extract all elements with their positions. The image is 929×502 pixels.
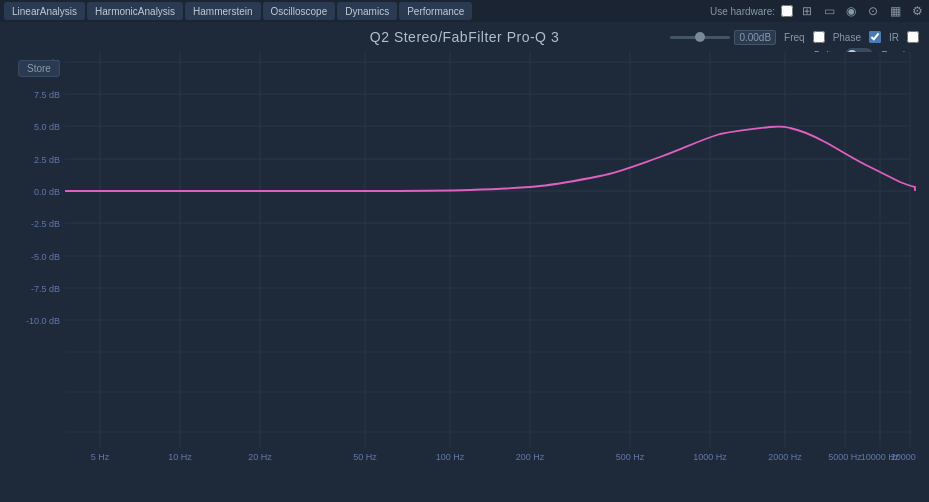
plugin-title: Q2 Stereo/FabFilter Pro-Q 3 — [370, 29, 559, 45]
gain-slider-container: 0.00dB — [670, 30, 776, 45]
svg-text:10 Hz: 10 Hz — [168, 452, 192, 462]
hw-icon-3[interactable]: ◉ — [843, 3, 859, 19]
svg-text:20 Hz: 20 Hz — [248, 452, 272, 462]
phase-checkbox[interactable] — [869, 31, 881, 43]
svg-text:2000 Hz: 2000 Hz — [768, 452, 802, 462]
tab-dynamics[interactable]: Dynamics — [337, 2, 397, 20]
svg-text:200 Hz: 200 Hz — [516, 452, 545, 462]
freq-checkbox[interactable] — [813, 31, 825, 43]
svg-text:7.5 dB: 7.5 dB — [34, 90, 60, 100]
svg-text:-10.0 dB: -10.0 dB — [26, 316, 60, 326]
svg-text:2.5 dB: 2.5 dB — [34, 155, 60, 165]
tab-oscilloscope[interactable]: Oscilloscope — [263, 2, 336, 20]
tab-harmonic-analysis[interactable]: HarmonicAnalysis — [87, 2, 183, 20]
store-button[interactable]: Store — [18, 60, 60, 77]
svg-text:100 Hz: 100 Hz — [436, 452, 465, 462]
svg-text:5000 Hz: 5000 Hz — [828, 452, 862, 462]
svg-text:50 Hz: 50 Hz — [353, 452, 377, 462]
svg-text:-7.5 dB: -7.5 dB — [31, 284, 60, 294]
gain-slider-thumb — [695, 32, 705, 42]
chart-wrapper: Store — [10, 52, 919, 462]
hw-icon-5[interactable]: ▦ — [887, 3, 903, 19]
eq-chart: 10.0 dB 7.5 dB 5.0 dB 2.5 dB 0.0 dB -2.5… — [10, 52, 919, 462]
top-nav: LinearAnalysis HarmonicAnalysis Hammerst… — [0, 0, 929, 22]
hardware-checkbox[interactable] — [781, 5, 793, 17]
title-bar: Q2 Stereo/FabFilter Pro-Q 3 0.00dB Freq … — [0, 22, 929, 52]
svg-text:20000 Hz: 20000 Hz — [891, 452, 919, 462]
hw-icon-4[interactable]: ⊙ — [865, 3, 881, 19]
svg-text:500 Hz: 500 Hz — [616, 452, 645, 462]
ir-checkbox[interactable] — [907, 31, 919, 43]
svg-text:5.0 dB: 5.0 dB — [34, 122, 60, 132]
title-controls: 0.00dB Freq Phase IR — [670, 30, 919, 45]
gain-value: 0.00dB — [734, 30, 776, 45]
ir-label: IR — [889, 32, 899, 43]
hw-icon-2[interactable]: ▭ — [821, 3, 837, 19]
svg-text:-2.5 dB: -2.5 dB — [31, 219, 60, 229]
hw-icon-gear[interactable]: ⚙ — [909, 3, 925, 19]
svg-text:1000 Hz: 1000 Hz — [693, 452, 727, 462]
svg-text:5 Hz: 5 Hz — [91, 452, 110, 462]
chart-area: Store — [10, 52, 919, 502]
phase-label: Phase — [833, 32, 861, 43]
tab-hammerstein[interactable]: Hammerstein — [185, 2, 260, 20]
tab-linear-analysis[interactable]: LinearAnalysis — [4, 2, 85, 20]
hardware-controls: Use hardware: ⊞ ▭ ◉ ⊙ ▦ ⚙ — [710, 3, 925, 19]
svg-rect-0 — [10, 52, 919, 462]
gain-slider[interactable] — [670, 36, 730, 39]
svg-text:-5.0 dB: -5.0 dB — [31, 252, 60, 262]
svg-text:0.0 dB: 0.0 dB — [34, 187, 60, 197]
hw-icon-1[interactable]: ⊞ — [799, 3, 815, 19]
main-content: Q2 Stereo/FabFilter Pro-Q 3 0.00dB Freq … — [0, 22, 929, 502]
freq-label: Freq — [784, 32, 805, 43]
tab-performance[interactable]: Performance — [399, 2, 472, 20]
use-hardware-label: Use hardware: — [710, 6, 775, 17]
